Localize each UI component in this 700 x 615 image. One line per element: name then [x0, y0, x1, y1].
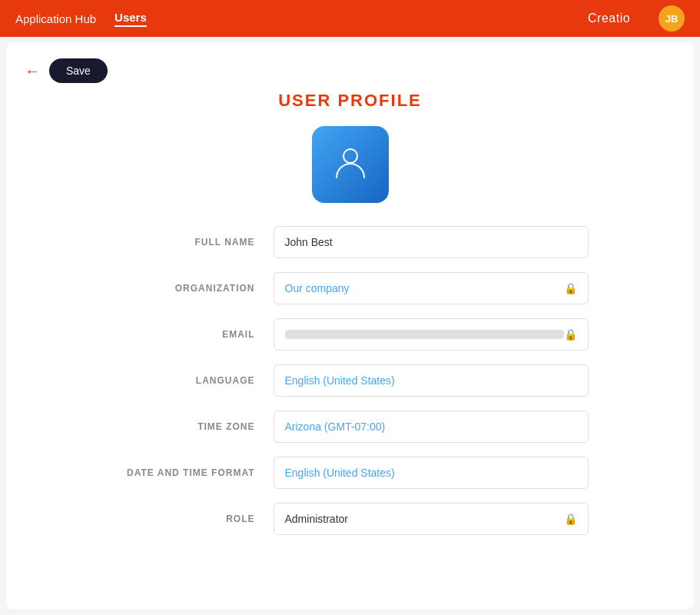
- input-language[interactable]: English (United States): [274, 364, 589, 397]
- field-row-email: EMAIL 🔒: [112, 318, 589, 351]
- lock-icon-role: 🔒: [564, 513, 577, 525]
- label-fullname: FULL NAME: [112, 237, 274, 248]
- page-title: USER PROFILE: [6, 91, 694, 111]
- input-organization[interactable]: Our company 🔒: [274, 272, 589, 304]
- header-left: Application Hub Users: [15, 11, 147, 27]
- input-role[interactable]: Administrator 🔒: [274, 503, 589, 535]
- value-datetime-format: English (United States): [285, 467, 577, 479]
- save-button[interactable]: Save: [49, 58, 108, 83]
- back-button[interactable]: ←: [25, 62, 40, 80]
- field-row-language: LANGUAGE English (United States): [112, 364, 589, 397]
- input-fullname[interactable]: John Best: [274, 226, 589, 258]
- label-language: LANGUAGE: [112, 375, 274, 386]
- svg-point-1: [343, 149, 357, 163]
- form-container: FULL NAME John Best ORGANIZATION Our com…: [97, 226, 604, 580]
- header-right: Creatio JB: [588, 5, 685, 32]
- svg-text:Creatio: Creatio: [588, 12, 630, 25]
- lock-icon-email: 🔒: [564, 328, 577, 341]
- user-avatar-box[interactable]: [312, 126, 389, 203]
- user-avatar-icon: [330, 142, 370, 188]
- input-datetime-format[interactable]: English (United States): [274, 457, 589, 489]
- field-row-role: ROLE Administrator 🔒: [112, 503, 589, 535]
- input-timezone[interactable]: Arizona (GMT-07:00): [274, 411, 589, 443]
- value-organization: Our company: [285, 282, 564, 294]
- nav-users[interactable]: Users: [114, 11, 147, 27]
- label-email: EMAIL: [112, 329, 274, 340]
- value-timezone: Arizona (GMT-07:00): [285, 421, 577, 433]
- label-timezone: TIME ZONE: [112, 421, 274, 432]
- label-organization: ORGANIZATION: [112, 283, 274, 294]
- value-language: English (United States): [285, 374, 577, 387]
- main-content: ← Save USER PROFILE FULL NAME John Best: [6, 43, 694, 609]
- field-row-fullname: FULL NAME John Best: [112, 226, 589, 258]
- field-row-organization: ORGANIZATION Our company 🔒: [112, 272, 589, 304]
- app-title: Application Hub: [15, 12, 96, 25]
- value-email: [285, 330, 564, 339]
- label-datetime-format: DATE AND TIME FORMAT: [112, 467, 274, 478]
- value-fullname: John Best: [285, 236, 577, 248]
- input-email[interactable]: 🔒: [274, 318, 589, 351]
- field-row-timezone: TIME ZONE Arizona (GMT-07:00): [112, 411, 589, 443]
- avatar-section: [6, 126, 694, 203]
- user-avatar-header[interactable]: JB: [659, 5, 685, 32]
- value-role: Administrator: [285, 513, 564, 525]
- field-row-datetime-format: DATE AND TIME FORMAT English (United Sta…: [112, 457, 589, 489]
- lock-icon-organization: 🔒: [564, 282, 577, 294]
- label-role: ROLE: [112, 514, 274, 524]
- header: Application Hub Users Creatio JB: [0, 0, 700, 37]
- creatio-logo: Creatio: [588, 8, 649, 29]
